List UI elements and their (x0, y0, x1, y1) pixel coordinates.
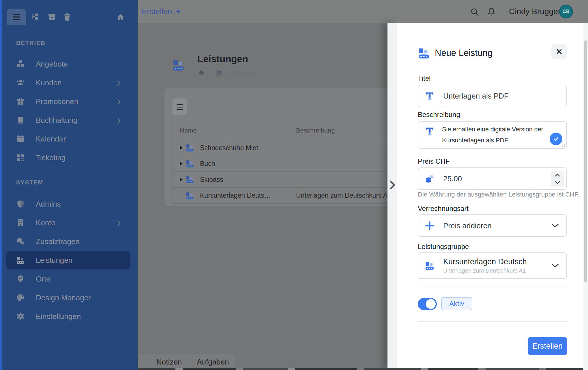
erstellen-button[interactable]: Erstellen (528, 337, 567, 355)
bottom-panel: Notizen Aufgaben (138, 354, 235, 370)
preis-input[interactable]: 25.00 (418, 167, 567, 190)
scrollbar-thumb[interactable] (584, 40, 587, 282)
titel-label: Titel (418, 74, 430, 82)
topbar: Erstellen + Cindy Brugger CB (138, 0, 588, 23)
beschreibung-line2: Kursunterlagen als PDF. (442, 137, 509, 144)
chevron-right-icon (117, 99, 121, 105)
home-icon[interactable] (198, 69, 205, 76)
new-service-drawer: Neue Leistung Titel Unterlagen als PDF B… (397, 23, 588, 370)
close-button[interactable] (551, 44, 567, 59)
blocks-icon (186, 191, 194, 200)
leistungsgruppe-select[interactable]: Kursunterlagen Deutsch Unterlagen zum De… (418, 252, 567, 279)
gear-icon (16, 312, 25, 321)
avatar[interactable]: CB (559, 5, 573, 18)
check-icon (553, 136, 559, 142)
cut-off-content-strip (138, 368, 588, 370)
blocks-icon (186, 175, 194, 184)
stepper-down-button[interactable] (551, 178, 564, 187)
shield-icon (16, 200, 25, 208)
verrechnungsart-select[interactable]: Preis addieren (418, 214, 567, 237)
drawer-title: Neue Leistung (435, 48, 493, 58)
resize-handle-icon[interactable] (561, 143, 565, 147)
search-icon[interactable] (470, 7, 479, 16)
blocks-icon (425, 261, 435, 271)
sidebar-item-konto[interactable]: Konto (6, 214, 130, 232)
tree-view-icon[interactable] (31, 13, 40, 21)
sidebar-menu-button[interactable] (7, 9, 26, 25)
row-name: Kursunterlagen Deuts… (200, 192, 271, 199)
hamburger-icon (177, 104, 183, 105)
sidebar-item-buchhaltung[interactable]: Buchhaltung (6, 111, 130, 129)
confirm-check-badge[interactable] (550, 133, 562, 145)
chevron-down-icon (551, 264, 559, 268)
user-name[interactable]: Cindy Brugger (509, 0, 561, 23)
collapse-drawer-chevron-icon[interactable] (389, 180, 395, 190)
sidebar-section-betrieb: BETRIEB (16, 40, 46, 46)
text-icon (425, 91, 435, 101)
users-icon (16, 78, 25, 87)
sidebar-item-ticketing[interactable]: Ticketing (6, 148, 130, 167)
create-tab[interactable]: Erstellen + (138, 0, 185, 23)
sidebar-item-promotionen[interactable]: Promotionen (6, 92, 130, 111)
preis-label: Preis CHF (418, 157, 450, 165)
trash-icon[interactable] (63, 13, 72, 21)
sidebar-item-design-manager[interactable]: Design Manager (6, 288, 130, 307)
blocks-icon (418, 47, 430, 59)
row-name: Schneeschuhe Miet (200, 144, 258, 152)
tab-notizen[interactable]: Notizen (149, 358, 189, 367)
create-tab-label: Erstellen (142, 7, 172, 16)
bell-icon[interactable] (487, 7, 496, 16)
row-name: Buch (200, 160, 215, 168)
header-divider (191, 54, 191, 77)
table-menu-button[interactable] (173, 99, 187, 115)
beschreibung-line1: Sie erhalten eine digitale Version der (442, 126, 543, 133)
sidebar-item-leistungen[interactable]: Leistungen (6, 251, 130, 269)
row-desc: Unterlagen zum Deutschkurs A1 (296, 192, 391, 199)
preis-value: 25.00 (443, 174, 462, 183)
palette-icon (16, 293, 25, 302)
divider (418, 66, 567, 66)
leistungsgruppe-value: Kursunterlagen Deutsch (443, 257, 527, 266)
chevron-right-icon (117, 118, 121, 124)
sidebar-item-einstellungen[interactable]: Einstellungen (6, 307, 130, 326)
expand-triangle-icon[interactable] (180, 146, 183, 150)
blocks-icon (186, 144, 194, 152)
sidebar-item-kunden[interactable]: Kunden (6, 73, 130, 92)
cubes-icon (16, 60, 25, 68)
tab-aufgaben[interactable]: Aufgaben (189, 358, 236, 367)
row-name: Skipass (200, 176, 223, 184)
sidebar-accent-strip (0, 0, 2, 370)
scrollbar-track[interactable] (583, 23, 588, 370)
sidebar-item-zusatzfragen[interactable]: Zusatzfragen (6, 232, 130, 251)
blocks-icon (186, 159, 194, 168)
sidebar-item-admins[interactable]: Admins (6, 195, 130, 213)
plus-icon (425, 221, 435, 231)
chevron-down-icon (555, 181, 560, 184)
expand-triangle-icon[interactable] (180, 162, 183, 166)
home-icon[interactable] (116, 13, 125, 21)
sidebar-item-kalender[interactable]: Kalender (6, 130, 130, 148)
column-header-beschreibung: Beschreibung (296, 127, 335, 134)
qr-icon (16, 153, 25, 162)
chevron-right-icon (117, 220, 121, 226)
calendar-icon (16, 135, 25, 143)
active-toggle[interactable] (418, 298, 437, 310)
pin-icon (16, 275, 25, 283)
sidebar: BETRIEB Angebote Kunden Promotionen Buch… (0, 0, 138, 370)
archive-icon[interactable] (48, 13, 56, 21)
sidebar-item-angebote[interactable]: Angebote (6, 55, 130, 73)
expand-triangle-icon[interactable] (180, 178, 183, 182)
coins-icon (425, 174, 435, 184)
text-icon (425, 126, 435, 136)
blocks-icon (216, 69, 222, 76)
sidebar-section-system: SYSTEM (16, 179, 43, 186)
beschreibung-textarea[interactable]: Sie erhalten eine digitale Version der K… (418, 121, 567, 149)
plus-icon: + (175, 6, 181, 17)
close-icon (556, 49, 562, 54)
titel-input[interactable]: Unterlagen als PDF (418, 85, 567, 107)
divider (418, 286, 567, 286)
titel-value: Unterlagen als PDF (443, 92, 509, 101)
preis-helper-text: Die Währung der ausgewählten Leistungsgr… (418, 191, 579, 198)
status-badge: Aktiv (441, 297, 472, 310)
sidebar-item-orte[interactable]: Orte (6, 270, 130, 288)
